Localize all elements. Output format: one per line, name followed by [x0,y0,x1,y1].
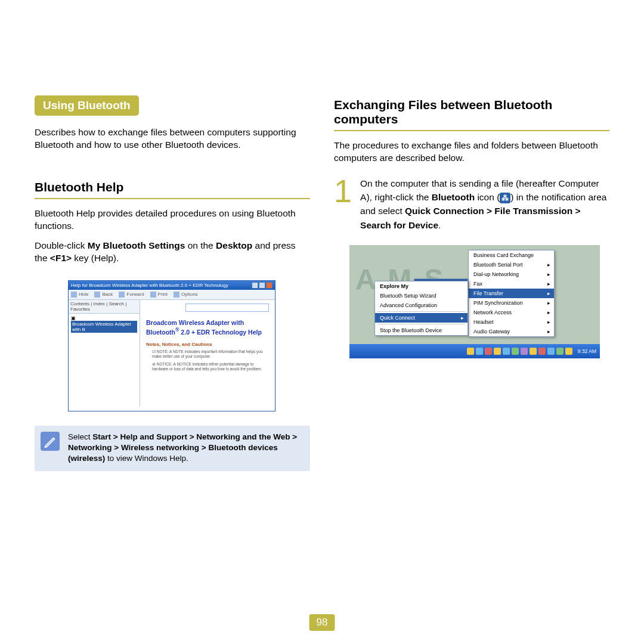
submenu-services: Business Card ExchangeBluetooth Serial P… [468,250,555,337]
tray-icon [556,348,564,355]
tray-icon [565,348,572,355]
heading-underline [35,198,310,199]
tray-icon [467,348,474,355]
taskbar-time: 9:32 AM [578,348,596,354]
step-number: 1 [334,177,352,232]
tray-icon [485,348,492,355]
tray-icon [521,348,528,355]
taskbar: 9:32 AM [349,344,600,358]
section-title-badge: Using Bluetooth [35,95,139,116]
help-para-1: Bluetooth Help provides detailed procedu… [35,208,310,233]
tree-selected-item: Broadcom Wireless Adapter with B [71,321,137,333]
exchange-intro: The procedures to exchange files and fol… [334,140,609,165]
note-icon [41,432,60,451]
window-close-icon [266,282,273,289]
tray-icon [547,348,555,355]
window-min-icon [252,282,258,289]
page-number: 98 [309,614,335,631]
window-toolbar: Hide Back Forward Print Options [69,290,275,300]
tray-icon [538,348,546,355]
heading-underline [334,130,609,131]
tray-icon [503,348,510,355]
help-subheading: Notes, Notices, and Cautions [146,342,269,347]
help-tabs: Contents | Index | Search | Favorites [69,300,140,314]
tip-box: Select Start > Help and Support > Networ… [35,426,310,472]
context-menu-main: Explore My Bluetooth Setup Wizard Advanc… [374,281,468,336]
bluetooth-icon: ⁂ [500,193,510,203]
tray-icon [530,348,537,355]
step-1: 1 On the computer that is sending a file… [334,177,609,232]
help-topic-link: Broadcom Wireless Adapter with Bluetooth… [146,319,269,336]
screenshot-help-window: Help for Broadcom Wireless Adapter with … [68,280,275,411]
heading-bluetooth-help: Bluetooth Help [35,180,310,194]
help-note-2: ⊘ NOTICE: A NOTICE indicates either pote… [146,362,269,371]
tray-icon [512,348,519,355]
window-title: Help for Broadcom Wireless Adapter with … [71,283,228,288]
tray-icon [476,348,483,355]
help-note-1: ☑ NOTE: A NOTE indicates important infor… [146,349,269,359]
help-search-box [185,304,269,312]
help-para-2: Double-click My Bluetooth Settings on th… [35,240,310,265]
tray-icon [494,348,501,355]
screenshot-context-menu: A M S Business Card ExchangeBluetooth Se… [349,245,600,358]
window-max-icon [259,282,265,289]
intro-text: Describes how to exchange files between … [35,126,310,151]
heading-exchanging-files: Exchanging Files between Bluetooth compu… [334,98,609,126]
